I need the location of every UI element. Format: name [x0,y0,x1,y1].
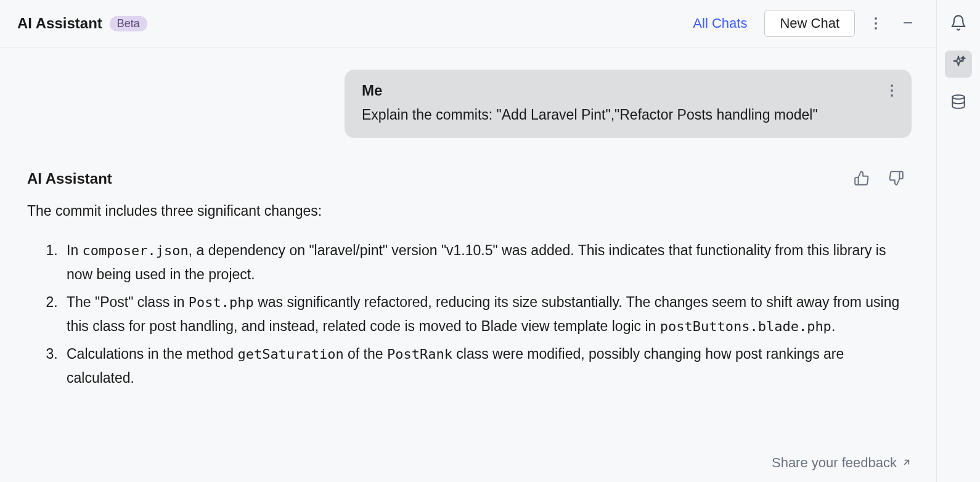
notifications-button[interactable] [945,11,972,38]
code-snippet: getSaturation [237,346,343,362]
bell-icon [950,14,967,35]
more-options-button[interactable] [870,12,882,35]
list-item: The "Post" class in Post.php was signifi… [62,290,909,338]
ai-assistant-tab[interactable] [945,51,972,78]
svg-line-1 [905,460,909,465]
code-snippet: postButtons.blade.php [660,319,831,334]
chat-area: Me Explain the commits: "Add Laravel Pin… [0,47,936,444]
thumbs-up-button[interactable] [849,165,875,193]
feedback-footer: Share your feedback [0,444,936,482]
feedback-icons [849,165,909,193]
database-tab[interactable] [945,90,972,117]
code-snippet: composer.json [83,243,189,258]
minimize-icon [902,17,914,31]
assistant-message: AI Assistant The commit includes three s… [25,165,912,391]
assistant-list: In composer.json, a dependency on "larav… [27,239,909,391]
user-author-label: Me [362,82,382,99]
user-message-text: Explain the commits: "Add Laravel Pint",… [362,104,894,126]
assistant-intro-text: The commit includes three significant ch… [27,200,909,222]
share-feedback-label: Share your feedback [772,455,897,471]
database-icon [950,94,966,113]
thumbs-up-icon [854,170,870,188]
list-item: In composer.json, a dependency on "larav… [62,239,909,287]
thumbs-down-button[interactable] [883,165,909,193]
svg-point-2 [952,95,965,99]
more-vertical-icon [875,17,877,30]
user-message: Me Explain the commits: "Add Laravel Pin… [345,70,912,138]
new-chat-button[interactable]: New Chat [764,10,855,37]
thumbs-down-icon [888,170,904,188]
app-title: AI Assistant [17,15,102,32]
right-sidebar [937,0,980,482]
more-vertical-icon [891,84,893,97]
code-snippet: Post.php [189,295,254,310]
list-item: Calculations in the method getSaturation… [62,342,909,390]
sparkle-icon [950,54,966,74]
main-panel: AI Assistant Beta All Chats New Chat Me [0,0,937,482]
all-chats-link[interactable]: All Chats [693,15,747,31]
beta-badge: Beta [110,16,147,31]
code-snippet: PostRank [387,346,452,362]
header: AI Assistant Beta All Chats New Chat [0,0,936,47]
share-feedback-link[interactable]: Share your feedback [772,455,912,471]
assistant-author-label: AI Assistant [27,170,112,187]
minimize-button[interactable] [897,12,919,36]
user-message-options-button[interactable] [889,83,894,98]
external-link-icon [902,455,912,471]
